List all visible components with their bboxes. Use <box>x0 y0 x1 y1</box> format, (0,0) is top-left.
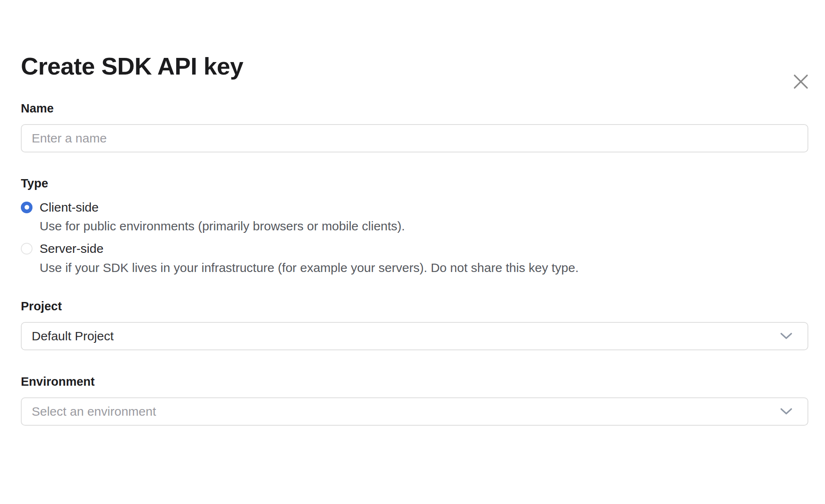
radio-option-description: Use if your SDK lives in your infrastruc… <box>21 259 808 276</box>
radio-option-label: Client-side <box>40 200 99 215</box>
environment-select[interactable]: Select an environment <box>21 397 808 426</box>
name-input[interactable] <box>21 124 808 152</box>
radio-option-server-side[interactable]: Server-side <box>21 241 808 257</box>
project-select[interactable]: Default Project <box>21 322 808 350</box>
environment-label: Environment <box>21 374 808 389</box>
close-button[interactable] <box>792 72 810 91</box>
chevron-down-icon <box>780 332 792 340</box>
create-sdk-api-key-dialog: Create SDK API key Name Type Client-side… <box>0 52 825 504</box>
x-icon <box>793 74 809 90</box>
environment-select-placeholder: Select an environment <box>32 404 156 419</box>
type-label: Type <box>21 175 808 191</box>
project-label: Project <box>21 298 808 314</box>
project-select-value: Default Project <box>32 329 114 343</box>
radio-unselected-icon[interactable] <box>21 243 32 254</box>
radio-option-client-side[interactable]: Client-side <box>21 200 808 215</box>
dialog-title: Create SDK API key <box>21 52 808 80</box>
name-label: Name <box>21 100 808 116</box>
radio-selected-icon[interactable] <box>21 202 32 213</box>
radio-option-description: Use for public environments (primarily b… <box>21 218 808 234</box>
chevron-down-icon <box>780 408 792 415</box>
radio-option-label: Server-side <box>40 241 103 257</box>
